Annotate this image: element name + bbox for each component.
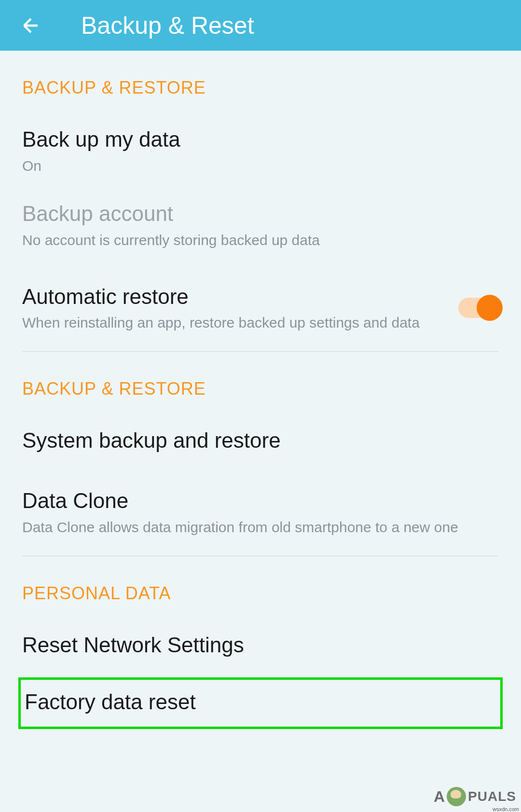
section-header-backup-restore-2: BACKUP & RESTORE bbox=[22, 379, 499, 399]
settings-content: BACKUP & RESTORE Back up my data On Back… bbox=[0, 78, 521, 729]
setting-backup-my-data[interactable]: Back up my data On bbox=[22, 117, 499, 185]
divider bbox=[22, 556, 499, 556]
setting-data-clone[interactable]: Data Clone Data Clone allows data migrat… bbox=[22, 479, 499, 546]
setting-subtitle: When reinstalling an app, restore backed… bbox=[22, 313, 449, 332]
setting-subtitle: Data Clone allows data migration from ol… bbox=[22, 518, 499, 537]
watermark-prefix: A bbox=[434, 788, 445, 806]
back-arrow-icon[interactable] bbox=[19, 14, 42, 37]
setting-title: Back up my data bbox=[22, 127, 499, 152]
setting-title: Automatic restore bbox=[22, 284, 449, 310]
watermark: A PUALS bbox=[434, 787, 516, 806]
toggle-knob bbox=[477, 295, 503, 321]
setting-backup-account[interactable]: Backup account No account is currently s… bbox=[22, 192, 499, 259]
watermark-logo-icon bbox=[447, 787, 466, 806]
divider bbox=[22, 351, 499, 352]
setting-factory-data-reset[interactable]: Factory data reset bbox=[18, 677, 503, 729]
setting-title: Data Clone bbox=[22, 488, 499, 514]
app-header: Backup & Reset bbox=[0, 0, 521, 51]
setting-subtitle: No account is currently storing backed u… bbox=[22, 231, 499, 249]
automatic-restore-toggle[interactable] bbox=[458, 298, 499, 318]
setting-title: Reset Network Settings bbox=[22, 633, 499, 658]
section-header-backup-restore-1: BACKUP & RESTORE bbox=[22, 78, 499, 98]
watermark-suffix: PUALS bbox=[468, 789, 516, 804]
page-title: Backup & Reset bbox=[81, 12, 254, 40]
setting-status: On bbox=[22, 156, 499, 175]
setting-system-backup[interactable]: System backup and restore bbox=[22, 418, 499, 463]
setting-reset-network[interactable]: Reset Network Settings bbox=[22, 623, 499, 668]
setting-title: Factory data reset bbox=[25, 689, 496, 715]
section-header-personal-data: PERSONAL DATA bbox=[22, 583, 499, 604]
setting-automatic-restore[interactable]: Automatic restore When reinstalling an a… bbox=[22, 275, 499, 342]
setting-title: Backup account bbox=[22, 201, 499, 227]
watermark-url: wsxdn.com bbox=[493, 806, 519, 812]
setting-title: System backup and restore bbox=[22, 428, 499, 454]
